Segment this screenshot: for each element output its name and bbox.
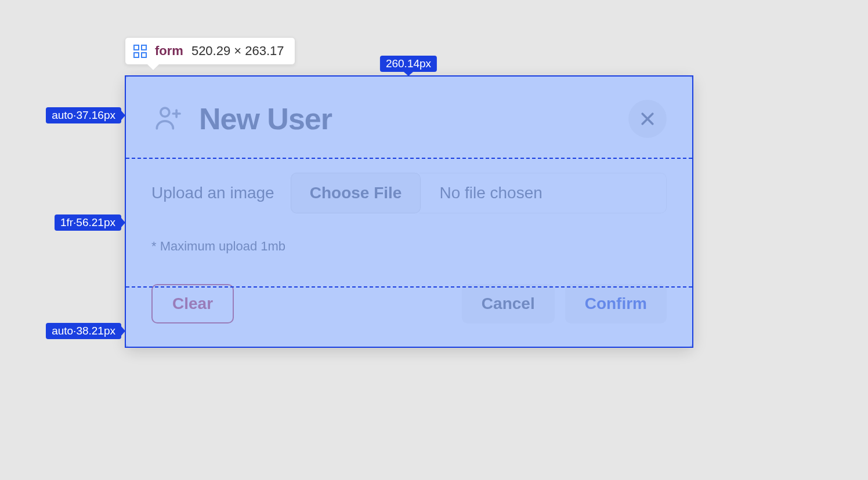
cancel-button[interactable]: Cancel bbox=[462, 284, 555, 323]
devtools-column-size-badge: 260.14px bbox=[380, 56, 437, 72]
devtools-element-tag: form bbox=[155, 43, 183, 59]
close-button[interactable] bbox=[628, 100, 667, 138]
devtools-row-size-badge: 1fr·56.21px bbox=[55, 214, 121, 231]
upload-label: Upload an image bbox=[151, 184, 274, 202]
devtools-row-size-badge: auto·37.16px bbox=[46, 107, 121, 123]
dialog-body: Upload an image Choose File No file chos… bbox=[151, 150, 667, 267]
devtools-row-size-badge: auto·38.21px bbox=[46, 323, 121, 339]
upload-hint: * Maximum upload 1mb bbox=[151, 239, 667, 254]
choose-file-button[interactable]: Choose File bbox=[291, 173, 421, 213]
clear-button[interactable]: Clear bbox=[151, 284, 234, 323]
grid-icon bbox=[133, 45, 147, 58]
confirm-button[interactable]: Confirm bbox=[565, 284, 667, 323]
dialog-title: New User bbox=[199, 101, 332, 136]
svg-point-0 bbox=[161, 108, 169, 117]
devtools-element-dimensions: 520.29 × 263.17 bbox=[191, 43, 284, 59]
dialog-footer: Clear Cancel Confirm bbox=[151, 267, 667, 323]
dialog-header: New User bbox=[151, 100, 667, 150]
user-add-icon bbox=[151, 101, 184, 136]
close-icon bbox=[639, 110, 656, 128]
file-status: No file chosen bbox=[419, 173, 667, 213]
new-user-dialog: New User Upload an image Choose File No … bbox=[125, 75, 693, 348]
devtools-tooltip: form 520.29 × 263.17 bbox=[125, 37, 295, 65]
file-input[interactable]: Choose File No file chosen bbox=[291, 173, 667, 213]
